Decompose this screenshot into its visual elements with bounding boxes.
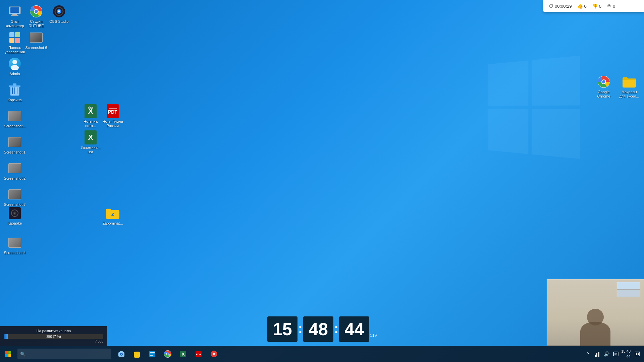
svg-rect-20: [13, 83, 16, 85]
taskbar-chrome-icon[interactable]: [160, 347, 175, 361]
svg-rect-52: [150, 354, 155, 354]
svg-text:PDF: PDF: [196, 353, 201, 356]
clock-seconds: 44: [339, 316, 369, 342]
desktop-icon-screenshot1[interactable]: Screenshot 1: [1, 134, 28, 156]
taskbar-camera-icon[interactable]: [114, 347, 129, 361]
progress-text: 350 (7 %): [4, 334, 103, 339]
noty-gimna-label: Ноты ГимнаРоссии: [102, 119, 123, 128]
google-chrome-icon: [597, 75, 610, 88]
recycle-label: Корзина: [8, 98, 22, 102]
svg-rect-41: [5, 351, 8, 354]
svg-point-6: [35, 10, 38, 13]
svg-rect-53: [150, 355, 153, 356]
clock-sep2: :: [334, 321, 338, 338]
taskbar-media-icon[interactable]: [207, 347, 221, 361]
recycle-icon: [8, 83, 21, 97]
desktop-icon-recycle[interactable]: Корзина: [1, 82, 28, 104]
svg-rect-44: [8, 354, 11, 357]
start-button[interactable]: [0, 346, 16, 362]
desktop-icon-noty-gimna[interactable]: PDF Ноты ГимнаРоссии: [99, 103, 126, 129]
action-center-icon[interactable]: [633, 350, 641, 358]
karaoke-icon: [8, 206, 21, 220]
stats-panel: ⏱ 00:00:29 👍 0 👎 0 👁 0: [543, 0, 644, 12]
screenshot6-icon: [30, 31, 43, 44]
desktop-icon-zapominat-folder[interactable]: Z Zapominat...: [99, 205, 126, 227]
likes-icon: 👍: [577, 3, 583, 9]
svg-text:X: X: [88, 133, 93, 141]
clock-sep1: :: [298, 321, 303, 338]
svg-rect-51: [150, 352, 155, 353]
svg-rect-64: [596, 353, 597, 357]
screenshot6-label: Screenshot 6: [25, 46, 47, 50]
svg-rect-71: [638, 353, 639, 354]
macros-icon: [623, 75, 636, 88]
svg-rect-11: [9, 32, 14, 37]
tray-expand-icon[interactable]: ^: [584, 350, 592, 358]
progress-value-right: 7 600: [4, 340, 103, 343]
desktop-icon-macros[interactable]: Макросыдля экcел...: [616, 74, 643, 100]
taskbar-right: ^ 🔊 15:48 44: [584, 349, 644, 359]
taskbar-files-icon[interactable]: [145, 347, 160, 361]
svg-rect-34: [109, 110, 115, 111]
timer-stat: ⏱ 00:00:29: [549, 3, 572, 9]
taskbar-excel-icon[interactable]: X: [176, 347, 191, 361]
clock-hours: 15: [267, 316, 298, 342]
desktop-icon-screenshot-nolabel[interactable]: Screenshot...: [1, 108, 28, 130]
progress-bar: 350 (7 %): [4, 334, 103, 339]
taskbar-explorer-icon[interactable]: [129, 347, 144, 361]
screenshot2-label: Screenshot 2: [4, 176, 26, 181]
screenshot4-icon: [8, 236, 21, 249]
views-icon: 👁: [607, 3, 611, 9]
desktop-icon-screenshot2[interactable]: Screenshot 2: [1, 160, 28, 182]
desktop-icon-zapomina[interactable]: X Запомина...нот: [77, 129, 104, 156]
dislikes-stat: 👎 0: [592, 3, 601, 9]
progress-panel: На развитие канала 350 (7 %) 7 600: [0, 326, 107, 346]
taskbar-search[interactable]: 🔍: [17, 349, 111, 359]
zapominat-folder-icon: Z: [106, 206, 119, 220]
screenshot4-label: Screenshot 4: [4, 251, 26, 255]
desktop-icon-google-chrome[interactable]: GoogleChrome: [590, 74, 617, 100]
dislikes-value: 0: [599, 4, 601, 9]
admin-icon: [8, 57, 21, 70]
noty-na-noto-icon: X xlsx: [84, 105, 97, 118]
tray-input-icon[interactable]: [612, 350, 620, 358]
svg-rect-2: [12, 14, 17, 15]
svg-rect-13: [9, 38, 14, 43]
tray-volume-icon[interactable]: 🔊: [602, 350, 610, 358]
system-clock[interactable]: 15:48 44: [621, 349, 632, 359]
screenshot1-label: Screenshot 1: [4, 150, 26, 155]
desktop-icon-screenshot4[interactable]: Screenshot 4: [1, 235, 28, 256]
svg-rect-69: [635, 352, 640, 356]
screenshot2-icon: [8, 162, 21, 175]
desktop-icon-admin[interactable]: Admin: [1, 56, 28, 77]
rutube-icon: [30, 5, 43, 18]
taskbar-icons: X PDF: [114, 347, 221, 361]
screenshot-nolabel-label: Screenshot...: [4, 124, 26, 128]
svg-rect-63: [595, 355, 596, 357]
macros-label: Макросыдля экcел...: [619, 90, 639, 99]
admin-label: Admin: [9, 72, 20, 76]
karaoke-label: Карaoke: [8, 221, 22, 226]
svg-rect-14: [15, 38, 20, 43]
desktop-icon-karaoke[interactable]: Карaoke: [1, 205, 28, 227]
screenshot-nolabel-icon: [8, 109, 21, 123]
windows-logo: [483, 60, 577, 154]
control-panel-icon: [8, 31, 21, 44]
svg-rect-72: [636, 354, 637, 355]
svg-text:xlsx: xlsx: [88, 106, 93, 110]
taskbar-pdf-icon[interactable]: PDF: [191, 347, 206, 361]
tray-network-icon[interactable]: [593, 350, 601, 358]
computer-label: Этоткомпьютер: [5, 19, 24, 28]
svg-rect-73: [638, 354, 639, 355]
desktop-icon-screenshot6[interactable]: Screenshot 6: [23, 29, 50, 51]
desktop-icon-obs[interactable]: OBS Studio: [46, 3, 72, 25]
webcam-panel: [547, 279, 644, 346]
obs-icon: [52, 5, 66, 18]
webcam-feed: [547, 279, 644, 346]
svg-rect-66: [613, 352, 618, 356]
desktop: ⏱ 00:00:29 👍 0 👎 0 👁 0 Этоткомпьютер: [0, 0, 644, 362]
likes-stat: 👍 0: [577, 3, 587, 9]
svg-rect-48: [120, 351, 123, 353]
zapominat-folder-label: Zapominat...: [102, 221, 123, 226]
progress-label: На развитие канала: [4, 329, 103, 333]
